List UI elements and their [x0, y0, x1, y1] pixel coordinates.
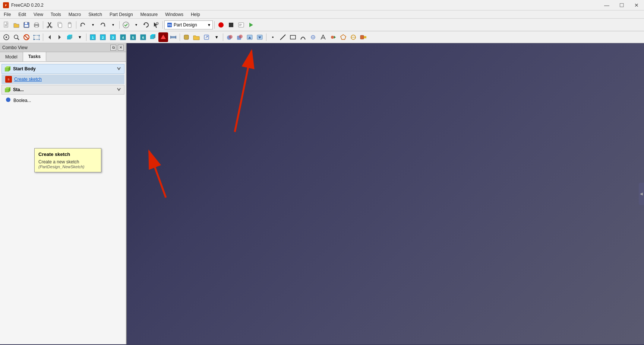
record-button[interactable]: [216, 20, 226, 30]
refresh-button[interactable]: [141, 20, 151, 30]
combo-float-button[interactable]: ⧉: [110, 45, 116, 51]
title-bar: F FreeCAD 0.20.2 — ☐ ✕: [0, 0, 644, 10]
menu-view[interactable]: View: [30, 10, 47, 18]
zoom-fit-button[interactable]: [12, 32, 21, 42]
paste-button[interactable]: [65, 20, 75, 30]
no-selection-button[interactable]: [22, 32, 31, 42]
sketch-tool5-button[interactable]: [348, 32, 358, 42]
tab-tasks[interactable]: Tasks: [23, 52, 46, 61]
bottom-view-button[interactable]: 5: [128, 32, 138, 42]
redo-button[interactable]: [98, 20, 108, 30]
bbox-button[interactable]: [32, 32, 41, 42]
sketch-tool4-button[interactable]: [338, 32, 348, 42]
help-cursor-button[interactable]: ?: [151, 20, 161, 30]
menu-bar: File Edit View Tools Macro Sketch Part D…: [0, 10, 644, 19]
right-view-button[interactable]: 3: [108, 32, 118, 42]
import-button[interactable]: [245, 32, 255, 42]
start-body-label: Start Body: [13, 66, 36, 71]
sketch-line-button[interactable]: [278, 32, 288, 42]
check-button[interactable]: [121, 20, 131, 30]
tooltip-command: (PartDesign_NewSketch): [38, 164, 97, 169]
menu-sketch[interactable]: Sketch: [85, 10, 106, 18]
stop-button[interactable]: [226, 20, 236, 30]
svg-rect-94: [5, 68, 9, 71]
menu-tools[interactable]: Tools: [47, 10, 65, 18]
undo-button[interactable]: [78, 20, 88, 30]
copy-button[interactable]: [55, 20, 64, 30]
workbench-selector[interactable]: PD Part Design ▾: [164, 20, 213, 29]
left-view-button[interactable]: 6: [138, 32, 148, 42]
tab-model[interactable]: Model: [0, 52, 23, 61]
close-button[interactable]: ✕: [629, 0, 644, 10]
part-op2-button[interactable]: [235, 32, 244, 42]
link-dropdown-button[interactable]: ▾: [212, 32, 221, 42]
forward-nav-button[interactable]: [55, 32, 64, 42]
right-panel-handle[interactable]: ◀: [639, 183, 644, 205]
menu-file[interactable]: File: [0, 10, 15, 18]
sketch-tool3-button[interactable]: [328, 32, 338, 42]
sketch-point-button[interactable]: [268, 32, 278, 42]
cut-button[interactable]: [45, 20, 54, 30]
combo-header-controls: ⧉ ✕: [110, 45, 124, 51]
save-button[interactable]: [22, 20, 31, 30]
menu-measure[interactable]: Measure: [137, 10, 162, 18]
svg-point-45: [39, 39, 40, 40]
top-view-button[interactable]: 2: [98, 32, 108, 42]
up-arrow-view-button[interactable]: [158, 32, 168, 42]
create-sketch-link[interactable]: Create sketch: [14, 77, 42, 82]
print-button[interactable]: [32, 20, 41, 30]
redo-dropdown[interactable]: ▾: [108, 20, 118, 30]
start-body-header[interactable]: Start Body: [1, 64, 124, 74]
sketch-constraint-button[interactable]: [308, 32, 318, 42]
arrow-annotation: [127, 43, 644, 344]
viewport[interactable]: ◀: [127, 43, 644, 344]
svg-point-42: [34, 35, 35, 36]
svg-rect-101: [5, 89, 9, 92]
back-nav-button[interactable]: [45, 32, 54, 42]
svg-text:5: 5: [132, 36, 134, 39]
sketch-rect-button[interactable]: [288, 32, 298, 42]
standard-views-button[interactable]: [65, 32, 75, 42]
open-button[interactable]: [12, 20, 21, 30]
panel-tabs: Model Tasks: [0, 52, 126, 62]
svg-rect-41: [34, 35, 39, 39]
link-out-button[interactable]: [202, 32, 211, 42]
measure-button[interactable]: [168, 32, 178, 42]
section2-collapse-btn[interactable]: [116, 86, 122, 93]
part-op1-button[interactable]: [225, 32, 234, 42]
svg-line-107: [235, 51, 252, 132]
svg-line-81: [280, 35, 285, 40]
view-home-button[interactable]: [1, 32, 11, 42]
sketch-arc-button[interactable]: [298, 32, 308, 42]
standard-views-dropdown[interactable]: ▾: [75, 32, 85, 42]
check-dropdown[interactable]: ▾: [131, 20, 141, 30]
boolean-row: Boolea...: [1, 95, 124, 105]
section-collapse-btn[interactable]: [116, 66, 122, 72]
folder-button[interactable]: [192, 32, 201, 42]
maximize-button[interactable]: ☐: [614, 0, 629, 10]
svg-text:1: 1: [92, 36, 94, 39]
menu-edit[interactable]: Edit: [15, 10, 30, 18]
sketch-tool2-button[interactable]: [318, 32, 328, 42]
undo-dropdown[interactable]: ▾: [88, 20, 98, 30]
rear-view-button[interactable]: 4: [118, 32, 128, 42]
menu-macro[interactable]: Macro: [65, 10, 85, 18]
menu-help[interactable]: Help: [187, 10, 204, 18]
part-button[interactable]: [181, 32, 191, 42]
minimize-button[interactable]: —: [599, 0, 614, 10]
menu-part-design[interactable]: Part Design: [106, 10, 137, 18]
export-button[interactable]: [255, 32, 265, 42]
svg-marker-21: [85, 25, 86, 26]
svg-text:3: 3: [112, 36, 114, 39]
isometric-button[interactable]: [148, 32, 158, 42]
combo-close-button[interactable]: ✕: [118, 45, 124, 51]
start-body2-header[interactable]: Sta...: [1, 85, 124, 95]
new-button[interactable]: [1, 20, 11, 30]
body-cube-icon: [4, 66, 11, 72]
script-button[interactable]: [236, 20, 246, 30]
front-view-button[interactable]: 1: [88, 32, 98, 42]
run-button[interactable]: [246, 20, 256, 30]
sketch-block-button[interactable]: [359, 32, 368, 42]
menu-windows[interactable]: Windows: [161, 10, 187, 18]
create-sketch-row[interactable]: S Create sketch: [1, 74, 124, 84]
